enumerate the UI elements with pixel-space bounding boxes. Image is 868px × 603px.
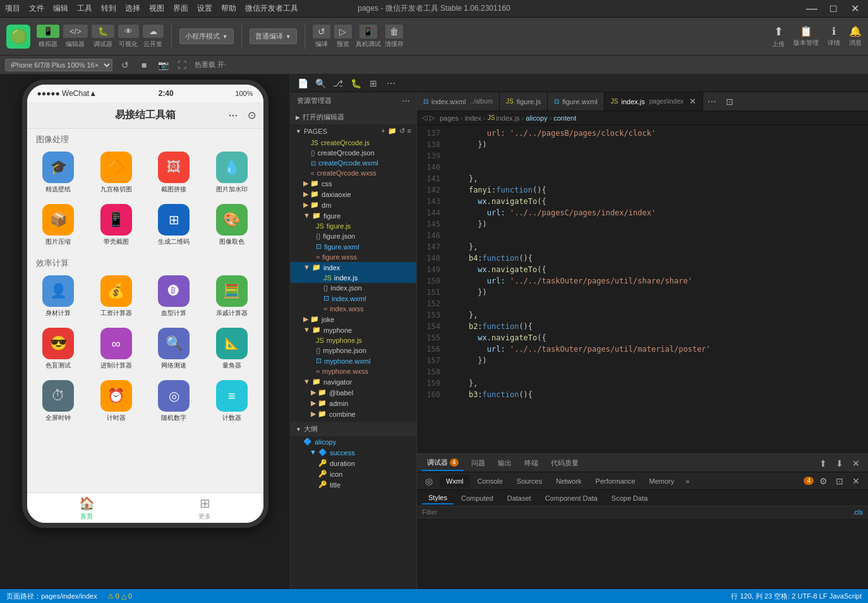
list-item[interactable]: 📐 量角器 <box>204 324 260 374</box>
more-icon[interactable]: ··· <box>228 109 238 122</box>
breadcrumb-alicopy[interactable]: alicopy <box>526 114 547 122</box>
file-item[interactable]: ⊡ createQrcode.wxml <box>291 158 416 168</box>
list-item[interactable]: 📱 带壳截图 <box>88 200 144 250</box>
folder-item-index[interactable]: ▼ 📁 index <box>291 262 416 273</box>
folder-icon-btn[interactable]: 📁 <box>388 127 397 135</box>
device-selector[interactable]: iPhone 6/7/8 Plus 100% 16× <box>5 59 112 71</box>
folder-item-combine[interactable]: ▶ 📁combine <box>291 409 416 419</box>
file-item[interactable]: JSfigure.js <box>291 221 416 231</box>
scan-icon[interactable]: ⊙ <box>248 109 256 121</box>
real-debug-button[interactable]: 📱 真机调试 <box>356 25 381 49</box>
maximize-button[interactable]: ☐ <box>823 0 844 18</box>
preview-button[interactable]: ▷ 预览 <box>334 25 352 49</box>
menu-item-settings[interactable]: 设置 <box>197 3 212 14</box>
compile-dropdown[interactable]: 普通编译 ▼ <box>250 28 297 44</box>
tab-home[interactable]: 🏠 首页 <box>79 496 95 521</box>
file-item[interactable]: ⊡index.wxml <box>291 293 416 304</box>
list-item[interactable]: ≡ 计数器 <box>204 376 260 426</box>
menu-item-select[interactable]: 选择 <box>125 3 140 14</box>
list-item[interactable]: 🅑 血型计算 <box>147 272 202 321</box>
upload-button[interactable]: ⬆ 上传 <box>772 25 785 49</box>
tab-code-quality[interactable]: 代码质量 <box>546 456 584 470</box>
tab-figure-wxml[interactable]: ⊡ figure.wxml <box>548 92 605 111</box>
list-item[interactable]: 😎 色盲测试 <box>31 324 87 374</box>
list-item[interactable]: ⏱ 全屏时钟 <box>31 376 87 426</box>
tab-overflow-icon[interactable]: ⋯ <box>703 92 721 111</box>
breadcrumb-indexjs[interactable]: JS index.js <box>488 114 520 122</box>
list-item[interactable]: ∞ 进制计算器 <box>88 324 144 374</box>
file-item[interactable]: {}myphone.json <box>291 345 416 355</box>
menu-item-tools[interactable]: 工具 <box>77 3 92 14</box>
breadcrumb-forward-icon[interactable]: ▷ <box>430 114 435 122</box>
git-icon[interactable]: ⎇ <box>331 76 345 90</box>
list-item[interactable]: 🖼 截图拼接 <box>147 148 202 198</box>
tab-debugger[interactable]: 调试器 4 <box>422 455 464 471</box>
menu-item-help[interactable]: 帮助 <box>221 3 236 14</box>
tab-console[interactable]: Console <box>471 475 509 487</box>
list-item[interactable]: 👤 身材计算 <box>31 272 87 321</box>
outline-title[interactable]: 🔑title <box>291 479 416 490</box>
list-item[interactable]: ◎ 随机数字 <box>147 376 202 426</box>
file-item[interactable]: ⊡myphone.wxml <box>291 355 416 366</box>
file-item[interactable]: {}index.json <box>291 283 416 293</box>
menu-item-file[interactable]: 文件 <box>29 3 44 14</box>
open-editors-section[interactable]: ▶ 打开的编辑器 <box>291 110 416 124</box>
search-icon[interactable]: 🔍 <box>313 76 327 90</box>
outline-alicopy[interactable]: 🔷alicopy <box>291 436 416 447</box>
close-tab-icon[interactable]: ✕ <box>689 97 696 106</box>
tab-network[interactable]: Network <box>550 475 588 487</box>
list-item[interactable]: 🎨 图像取色 <box>204 200 260 250</box>
folder-item-myphone[interactable]: ▼ 📁myphone <box>291 325 416 335</box>
file-item[interactable]: ≈myphone.wxss <box>291 366 416 376</box>
tab-index-wxml[interactable]: ⊡ index.wxml ../album <box>417 92 500 111</box>
file-item[interactable]: ≈figure.wxss <box>291 252 416 262</box>
menu-item-view[interactable]: 视图 <box>149 3 164 14</box>
collapse-icon[interactable]: ≡ <box>407 127 411 135</box>
more-icon-2[interactable]: ⋯ <box>384 76 398 90</box>
tab-output[interactable]: 输出 <box>493 456 517 470</box>
tab-component-data[interactable]: Component Data <box>539 493 604 504</box>
debugger-icon[interactable]: 🐛 <box>92 25 114 38</box>
tab-styles[interactable]: Styles <box>422 492 454 504</box>
menu-item-interface[interactable]: 界面 <box>173 3 188 14</box>
refresh-button[interactable]: ↺ <box>119 59 131 71</box>
file-item[interactable]: {}figure.json <box>291 231 416 241</box>
menu-item-edit[interactable]: 编辑 <box>53 3 68 14</box>
compile-button[interactable]: ↺ 编译 <box>313 25 330 49</box>
details-button[interactable]: ℹ 详情 <box>828 25 840 47</box>
folder-item-babel[interactable]: ▶ 📁@babel <box>291 387 416 398</box>
file-item[interactable]: JSmyphone.js <box>291 335 416 345</box>
file-item[interactable]: ≈ createQrcode.wxss <box>291 168 416 178</box>
file-item[interactable]: JS createQrcode.js <box>291 138 416 148</box>
tab-problems[interactable]: 问题 <box>466 456 490 470</box>
folder-item-joke[interactable]: ▶ 📁joke <box>291 314 416 325</box>
tab-computed[interactable]: Computed <box>455 493 500 504</box>
tab-performance[interactable]: Performance <box>589 475 642 487</box>
folder-item-figure[interactable]: ▼ 📁 figure <box>291 210 416 221</box>
expand-panel-icon[interactable]: ⬆ <box>816 457 830 470</box>
file-item[interactable]: ⊡figure.wxml <box>291 241 416 252</box>
more-devtools-icon[interactable]: » <box>682 475 693 487</box>
new-file-icon[interactable]: ⋯ <box>402 96 410 105</box>
tab-wxml[interactable]: Wxml <box>440 475 470 487</box>
stop-button[interactable]: ■ <box>138 59 150 71</box>
file-item-index-js[interactable]: JSindex.js <box>291 273 416 283</box>
tab-figure-js[interactable]: JS figure.js <box>500 92 548 111</box>
breadcrumb-content[interactable]: content <box>553 114 576 122</box>
folder-item-admin[interactable]: ▶ 📁admin <box>291 398 416 409</box>
list-item[interactable]: 🎓 精选壁纸 <box>31 148 87 198</box>
menu-item-goto[interactable]: 转到 <box>101 3 116 14</box>
folder-item-daxiaoxie[interactable]: ▶ 📁 daxiaoxie <box>291 189 416 200</box>
cls-button[interactable]: .cls <box>853 508 864 516</box>
outline-duration[interactable]: 🔑duration <box>291 458 416 469</box>
simulator-icon[interactable]: 📱 <box>37 25 59 38</box>
pages-section-header[interactable]: ▼ PAGES + 📁 ↺ ≡ <box>291 124 416 138</box>
close-devtools-icon[interactable]: ✕ <box>849 474 863 488</box>
tab-scope-data[interactable]: Scope Data <box>605 493 654 504</box>
expand-button[interactable]: ⛶ <box>176 59 188 71</box>
version-button[interactable]: 📋 版本管理 <box>793 25 819 47</box>
mode-dropdown[interactable]: 小程序模式 ▼ <box>179 28 234 44</box>
folder-item-css[interactable]: ▶ 📁 css <box>291 178 416 189</box>
add-icon[interactable]: + <box>381 127 385 135</box>
tab-terminal[interactable]: 终端 <box>519 456 543 470</box>
